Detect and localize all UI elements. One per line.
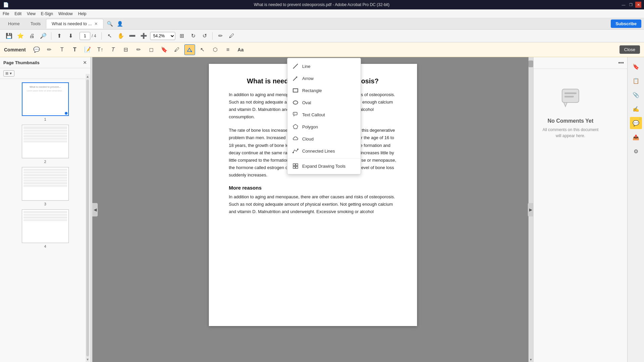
text-callout-item[interactable]: T Text Callout (287, 109, 361, 121)
text-insert-button[interactable]: T↑ (95, 44, 106, 55)
subscribe-button[interactable]: Subscribe (611, 19, 641, 28)
window-controls[interactable]: — ❒ ✕ (620, 2, 641, 8)
comments-panel-button[interactable]: 💬 (630, 117, 642, 129)
pan-tool-button[interactable]: ✋ (116, 31, 126, 41)
svg-rect-3 (564, 96, 574, 97)
typewriter-button[interactable]: T (108, 44, 119, 55)
font-button[interactable]: Aa (235, 44, 246, 55)
thumbnail-view-button[interactable]: ⊞▼ (3, 70, 14, 77)
thumbnail-1[interactable]: What is needed to prevent... Lorem ipsum… (3, 82, 87, 121)
rotate-button[interactable]: ↻ (188, 31, 198, 41)
svg-rect-19 (296, 166, 298, 168)
svg-point-15 (297, 149, 298, 150)
collapse-left-panel[interactable]: ◀ (92, 203, 98, 216)
thumb-num-2: 2 (44, 160, 46, 164)
menu-window[interactable]: Window (58, 11, 73, 16)
user-tab-icon[interactable]: 👤 (117, 21, 124, 27)
bookmark-panel-button[interactable]: 🔖 (630, 61, 642, 73)
thumbnail-2[interactable]: 2 (3, 125, 87, 164)
line-tool-item[interactable]: Line (287, 60, 361, 72)
comment-toolbar: Comment 💬 ✏ T T 📝 T↑ T ⊟ ✏ ◻ 🔖 🖊 ↖ ⬡ ≡ A… (0, 42, 644, 57)
zoom-select[interactable]: 54.2% 75% 100% 125% 150% (150, 32, 175, 40)
oval-tool-item[interactable]: Oval (287, 96, 361, 109)
menu-help[interactable]: Help (78, 11, 87, 16)
text-box-button[interactable]: T (70, 44, 80, 55)
page-number-input[interactable] (80, 32, 90, 40)
print-button[interactable]: 🖨 (27, 31, 37, 41)
text-markup-button[interactable]: T (57, 44, 67, 55)
signatures-panel-button[interactable]: ✍ (630, 103, 642, 115)
scroll-down-arrow[interactable]: ▼ (528, 357, 533, 362)
menu-edit[interactable]: Edit (14, 11, 21, 16)
tab-tools[interactable]: Tools (25, 19, 46, 28)
more-options-button[interactable]: ••• (618, 60, 624, 66)
polygon-tool-item[interactable]: Polygon (287, 121, 361, 133)
thumb-image-1[interactable]: What is needed to prevent... Lorem ipsum… (22, 82, 69, 116)
expand-drawing-tools-item[interactable]: Expand Drawing Tools (287, 160, 361, 172)
callout-button[interactable]: 📝 (82, 44, 93, 55)
layers-panel-button[interactable]: 📋 (630, 75, 642, 87)
cloud-tool-item[interactable]: Cloud (287, 133, 361, 145)
rectangle-icon (292, 87, 299, 94)
fit-page-button[interactable]: ⊞ (177, 31, 187, 41)
thumbnail-4[interactable]: 4 (3, 209, 87, 248)
panel-header: Page Thumbnails ✕ (0, 57, 90, 68)
tab-close-button[interactable]: ✕ (94, 22, 98, 26)
tab-home[interactable]: Home (3, 19, 25, 28)
undo-button[interactable]: ↺ (199, 31, 210, 41)
tools-panel-button[interactable]: ⚙ (630, 145, 642, 157)
menu-file[interactable]: File (3, 11, 9, 16)
drawing-tools-button[interactable] (184, 44, 195, 55)
edit-button[interactable]: ✏ (215, 31, 225, 41)
no-comments-text: All comments on this document will appea… (540, 127, 601, 139)
save-button[interactable]: 💾 (4, 31, 14, 41)
highlight-button[interactable]: ✏ (44, 44, 55, 55)
pencil-button[interactable]: ✏ (133, 44, 144, 55)
menu-esign[interactable]: E-Sign (41, 11, 53, 16)
thumbnail-3[interactable]: 3 (3, 167, 87, 206)
select-annotation-button[interactable]: ↖ (197, 44, 208, 55)
zoom-in-button[interactable]: ➕ (139, 31, 149, 41)
svg-marker-13 (293, 124, 298, 129)
attachments-panel-button[interactable]: 📎 (630, 89, 642, 101)
eraser-button[interactable]: ◻ (146, 44, 157, 55)
thumb-image-2[interactable] (22, 125, 69, 158)
bookmark-button[interactable]: ⭐ (15, 31, 26, 41)
scroll-down[interactable]: ▼ (86, 358, 89, 361)
panel-controls: ✕ (83, 60, 87, 65)
select-tool-button[interactable]: ↖ (104, 31, 114, 41)
stamp-button[interactable]: 🔖 (159, 44, 170, 55)
prev-page-button[interactable]: ⬆ (54, 31, 64, 41)
scroll-thumb[interactable] (86, 80, 89, 356)
text-correction-button[interactable]: ⊟ (121, 44, 131, 55)
show-hide-button[interactable]: ≡ (223, 44, 233, 55)
arrow-icon (292, 75, 299, 82)
sign-button[interactable]: 🖊 (227, 31, 237, 41)
thumb-image-3[interactable] (22, 167, 69, 201)
arrow-tool-item[interactable]: Arrow (287, 72, 361, 84)
collapse-right-panel[interactable]: ▶ (528, 203, 533, 216)
close-button[interactable]: Close (619, 45, 640, 54)
tab-document[interactable]: What is needed to ... ✕ (46, 19, 103, 29)
thumb-image-4[interactable] (22, 209, 69, 243)
search-tab-icon[interactable]: 🔍 (107, 21, 113, 27)
area-select-button[interactable]: ⬡ (210, 44, 221, 55)
tab-bar: Home Tools What is needed to ... ✕ 🔍 👤 S… (0, 18, 644, 30)
fill-sign-button[interactable]: 🖊 (172, 44, 182, 55)
connected-lines-item[interactable]: Connected Lines (287, 145, 361, 157)
rectangle-tool-item[interactable]: Rectangle (287, 84, 361, 96)
zoom-out-button[interactable]: ➖ (127, 31, 137, 41)
menu-view[interactable]: View (27, 11, 36, 16)
minimize-button[interactable]: — (620, 2, 627, 8)
search-button[interactable]: 🔎 (38, 31, 48, 41)
sticky-note-button[interactable]: 💬 (31, 44, 42, 55)
no-comments-icon (540, 82, 601, 114)
next-page-button[interactable]: ⬇ (65, 31, 76, 41)
share-button[interactable]: 📤 (630, 131, 642, 143)
restore-button[interactable]: ❒ (628, 2, 634, 8)
close-button[interactable]: ✕ (635, 2, 641, 8)
center-scroll-thumb[interactable] (528, 61, 533, 67)
scroll-up[interactable]: ▲ (86, 75, 89, 78)
close-panel-button[interactable]: ✕ (83, 60, 87, 65)
thumbnail-scrollbar[interactable]: ▲ ▼ (86, 74, 90, 362)
